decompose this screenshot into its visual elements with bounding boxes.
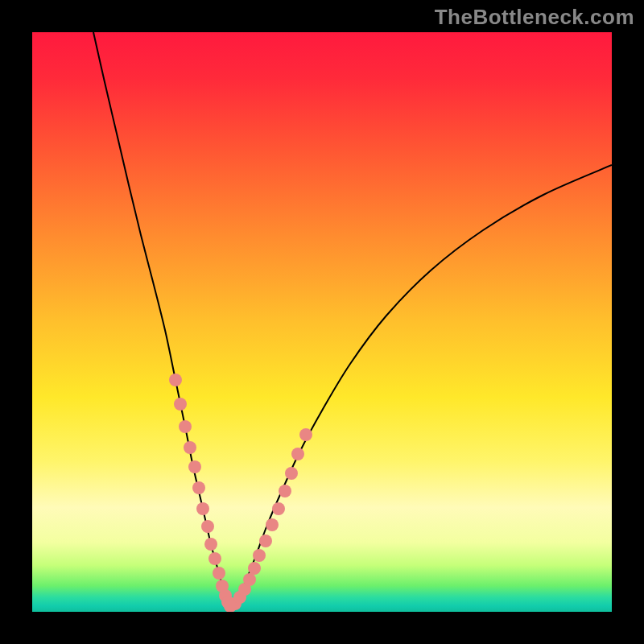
curve-marker xyxy=(192,481,205,494)
curve-marker xyxy=(213,567,225,580)
bottleneck-chart xyxy=(32,32,612,612)
curve-marker xyxy=(285,467,298,480)
curve-marker xyxy=(179,420,192,433)
chart-frame: TheBottleneck.com xyxy=(0,0,644,644)
curve-marker xyxy=(259,535,272,547)
watermark-text: TheBottleneck.com xyxy=(435,5,634,30)
curve-marker xyxy=(204,538,217,551)
gradient-background xyxy=(32,32,612,612)
curve-marker xyxy=(208,552,221,565)
plot-area xyxy=(32,32,612,612)
curve-marker xyxy=(248,562,261,575)
curve-marker xyxy=(196,502,209,515)
curve-marker xyxy=(174,398,187,411)
curve-marker xyxy=(184,441,196,454)
curve-marker xyxy=(188,460,201,473)
curve-marker xyxy=(201,520,214,533)
curve-marker xyxy=(291,448,304,460)
curve-marker xyxy=(272,502,285,515)
curve-marker xyxy=(279,485,291,497)
curve-marker xyxy=(243,573,256,586)
curve-marker xyxy=(299,428,312,441)
curve-marker xyxy=(253,549,266,562)
curve-marker xyxy=(266,518,279,531)
curve-marker xyxy=(169,374,182,386)
